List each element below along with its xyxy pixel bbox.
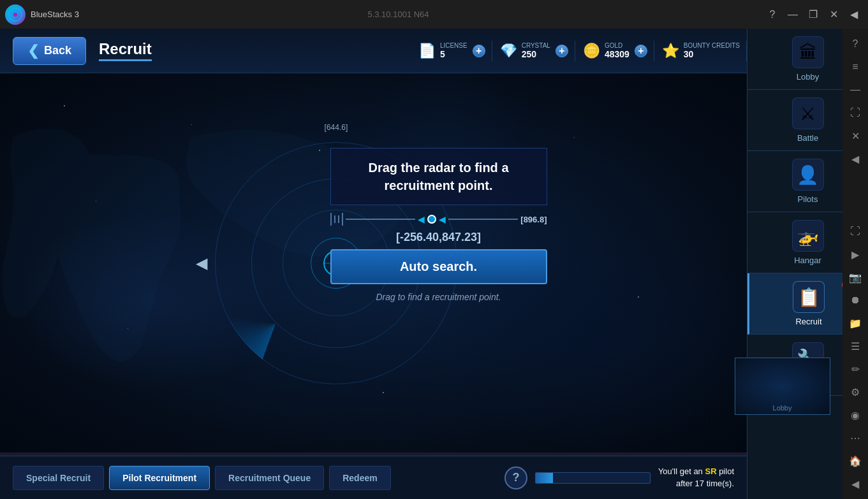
bs-icon-min[interactable]: — bbox=[845, 80, 865, 100]
sr-progress-bar bbox=[535, 472, 651, 484]
sidebar-recruit-label: Recruit bbox=[795, 317, 821, 326]
drag-instruction-box: Drag the radar to find arecruitment poin… bbox=[330, 148, 547, 205]
tab-pilot-recruitment[interactable]: Pilot Recruitment bbox=[109, 466, 210, 490]
bs-icon-folder[interactable]: 📁 bbox=[845, 313, 865, 333]
drag-instruction-text: Drag the radar to find arecruitment poin… bbox=[346, 159, 531, 194]
vertical-coord-label: [644.6] bbox=[325, 123, 348, 132]
crystal-resource: 💎 CRYSTAL 250 + bbox=[492, 41, 575, 61]
bs-icon-screenshot[interactable]: 📷 bbox=[845, 267, 865, 287]
window-controls: ? — ❐ ✕ ◀ bbox=[763, 6, 863, 24]
license-value: 5 bbox=[440, 49, 467, 59]
lobby-thumbnail[interactable]: Lobby bbox=[735, 358, 830, 415]
bs-icon-settings[interactable]: ⚙ bbox=[845, 382, 865, 402]
bs-icon-expand[interactable]: ⛶ bbox=[845, 221, 865, 242]
back-arrow-icon: ❮ bbox=[27, 43, 39, 59]
back-label: Back bbox=[44, 44, 71, 57]
app-logo bbox=[5, 4, 26, 25]
tab-recruitment-queue[interactable]: Recruitment Queue bbox=[215, 466, 324, 490]
bs-icon-menu[interactable]: ≡ bbox=[845, 57, 865, 77]
license-add-button[interactable]: + bbox=[473, 45, 485, 57]
license-resource: 📄 LICENSE 5 + bbox=[411, 41, 492, 61]
gold-add-button[interactable]: + bbox=[635, 45, 647, 57]
bs-icon-target[interactable]: ◉ bbox=[845, 405, 865, 425]
drag-hint-text: Drag to find a recruitment point. bbox=[330, 292, 547, 302]
bs-icon-fullscreen[interactable]: ⛶ bbox=[845, 103, 865, 123]
pilots-icon: 👤 bbox=[792, 159, 824, 191]
ruler-ticks-left bbox=[330, 213, 343, 226]
auto-search-button[interactable]: Auto search. bbox=[330, 249, 547, 284]
sr-highlight: SR bbox=[705, 466, 716, 476]
sidebar-pilots-label: Pilots bbox=[798, 194, 818, 204]
crystal-icon: 💎 bbox=[499, 41, 519, 61]
back-button[interactable]: ❮ Back bbox=[13, 37, 86, 65]
tab-special-recruit[interactable]: Special Recruit bbox=[13, 466, 104, 490]
horizontal-coord-value: [896.8] bbox=[520, 215, 547, 224]
crystal-value: 250 bbox=[522, 49, 550, 59]
lobby-thumb-label: Lobby bbox=[773, 404, 792, 412]
bs-sidebar: ? ≡ — ⛶ ✕ ◀ ⛶ ▶ 📷 ⏺ 📁 ☰ ✏ ⚙ ◉ ⋯ 🏠 ◀ bbox=[842, 29, 868, 499]
license-icon: 📄 bbox=[417, 41, 438, 61]
bs-icon-back[interactable]: ◀ bbox=[845, 148, 865, 169]
gold-value: 48309 bbox=[605, 49, 629, 59]
ruler-arrow-left: ◀ bbox=[418, 214, 425, 224]
gold-resource: 🪙 GOLD 48309 + bbox=[575, 41, 654, 61]
page-title: Recruit bbox=[99, 40, 152, 61]
ruler-center-dot bbox=[427, 215, 436, 224]
radar-arrow-left[interactable]: ◀ bbox=[196, 254, 207, 272]
lobby-icon: 🏛 bbox=[792, 36, 824, 68]
sr-progress-fill bbox=[536, 473, 553, 483]
bs-icon-edit[interactable]: ✏ bbox=[845, 359, 865, 379]
sidebar-lobby-label: Lobby bbox=[797, 72, 819, 82]
titlebar: BlueStacks 3 5.3.10.1001 N64 ? — ❐ ✕ ◀ bbox=[0, 0, 868, 29]
radar-overlay: Drag the radar to find arecruitment poin… bbox=[330, 148, 547, 302]
ruler-arrow-right: ◀ bbox=[439, 214, 446, 224]
sr-info-bar: ? You'll get an SR pilotafter 17 time(s)… bbox=[492, 456, 747, 499]
back-titlebar-button[interactable]: ◀ bbox=[845, 6, 863, 24]
license-label: LICENSE bbox=[440, 42, 467, 49]
bounty-label: BOUNTY CREDITS bbox=[684, 42, 740, 49]
horizontal-ruler: ◀ ◀ [896.8] bbox=[330, 213, 547, 226]
bs-icon-home[interactable]: 🏠 bbox=[845, 451, 865, 471]
app-title: BlueStacks 3 bbox=[31, 10, 365, 19]
bs-icon-list[interactable]: ☰ bbox=[845, 336, 865, 356]
help-button[interactable]: ? bbox=[504, 466, 527, 489]
resource-bar: 📄 LICENSE 5 + 💎 CRYSTAL 250 + 🪙 GOLD 483… bbox=[411, 29, 747, 73]
help-titlebar-button[interactable]: ? bbox=[763, 6, 781, 24]
sidebar-hangar-label: Hangar bbox=[794, 256, 821, 265]
gold-icon: 🪙 bbox=[582, 41, 602, 61]
bounty-resource: ⭐ BOUNTY CREDITS 30 bbox=[654, 41, 747, 61]
close-button[interactable]: ✕ bbox=[825, 6, 842, 24]
sr-info-text: You'll get an SR pilotafter 17 time(s). bbox=[658, 466, 734, 489]
sidebar-battle-label: Battle bbox=[797, 133, 818, 143]
app-version: 5.3.10.1001 N64 bbox=[367, 10, 429, 19]
recruit-icon: 📋 bbox=[793, 281, 825, 313]
bounty-value: 30 bbox=[684, 49, 740, 59]
hangar-icon: 🚁 bbox=[792, 220, 824, 252]
bs-icon-more[interactable]: ⋯ bbox=[845, 428, 865, 448]
minimize-button[interactable]: — bbox=[784, 6, 802, 24]
bottom-tab-bar: Special Recruit Pilot Recruitment Recrui… bbox=[0, 456, 747, 499]
bs-icon-help[interactable]: ? bbox=[845, 34, 865, 54]
battle-icon: ⚔ bbox=[792, 98, 824, 129]
tab-redeem[interactable]: Redeem bbox=[329, 466, 390, 490]
bs-icon-close[interactable]: ✕ bbox=[845, 126, 865, 146]
bs-icon-forward[interactable]: ▶ bbox=[845, 244, 865, 264]
gold-label: GOLD bbox=[605, 42, 629, 49]
game-area[interactable]: ◀ ▶ [644.6] Drag the radar to find arecr… bbox=[0, 73, 747, 452]
restore-button[interactable]: ❐ bbox=[804, 6, 822, 24]
coordinate-display: [-256.40,847.23] bbox=[330, 231, 547, 244]
svg-point-1 bbox=[13, 13, 17, 17]
bs-icon-back-bottom[interactable]: ◀ bbox=[845, 474, 865, 494]
crystal-label: CRYSTAL bbox=[522, 42, 550, 49]
bs-icon-record[interactable]: ⏺ bbox=[845, 290, 865, 310]
bounty-icon: ⭐ bbox=[661, 41, 681, 61]
crystal-add-button[interactable]: + bbox=[555, 45, 568, 57]
